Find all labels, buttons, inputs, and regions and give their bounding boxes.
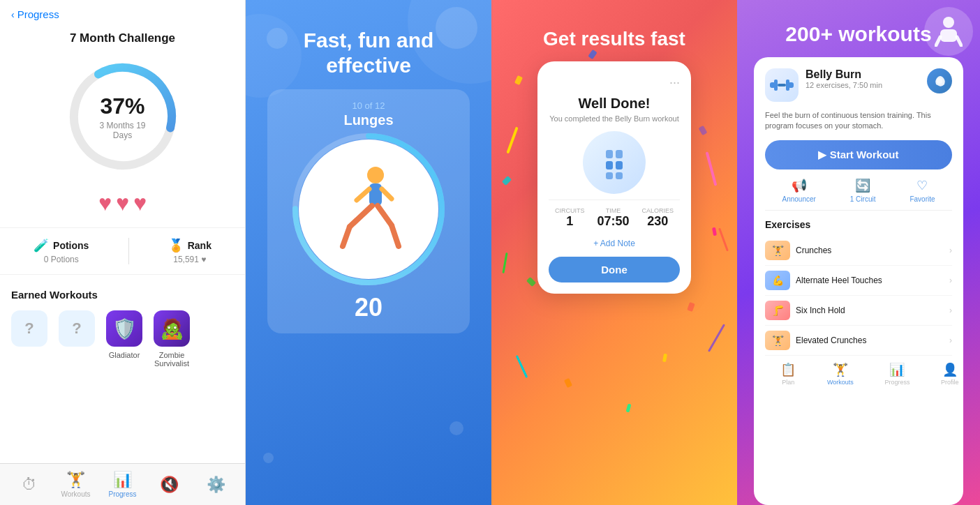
- calories-label: Calories: [641, 207, 674, 214]
- exercise-name: Lunges: [343, 112, 393, 128]
- exercise-circle-wrapper: [299, 140, 438, 279]
- abs-icon-svg: [595, 143, 634, 182]
- add-note-link[interactable]: + Add Note: [593, 239, 635, 248]
- earned-title: Earned Workouts: [11, 289, 234, 301]
- workout-description: Feel the burn of continuous tension trai…: [765, 110, 952, 132]
- profile-nav-icon: 👤: [942, 362, 958, 377]
- progress-nav-label: Progress: [108, 490, 136, 498]
- svg-rect-19: [940, 29, 957, 42]
- tab-announcer[interactable]: 📢 Announcer: [782, 178, 815, 203]
- earned-item-zombie: 🧟 ZombieSurvivalist: [154, 310, 190, 368]
- svg-point-4: [367, 167, 384, 183]
- rank-stat: 🏅 Rank 15,591 ♥: [168, 238, 211, 264]
- workout-header-text: Belly Burn 12 exercises, 7:50 min: [805, 68, 920, 89]
- heel-touches-name: Alternate Heel Touches: [796, 276, 944, 285]
- wnav-progress[interactable]: 📊 Progress: [884, 362, 910, 386]
- progress-days: 3 Months 19 Days: [91, 121, 154, 140]
- tab-favorite[interactable]: ♡ Favorite: [910, 178, 935, 203]
- rank-label: Rank: [188, 240, 211, 251]
- start-workout-button[interactable]: ▶ Start Workout: [765, 140, 952, 169]
- plan-nav-icon: 📋: [780, 362, 796, 377]
- earned-badge-q1: ?: [11, 310, 47, 347]
- progress-nav-label-bottom: Progress: [884, 379, 910, 386]
- exercise-item-2[interactable]: 💪 Alternate Heel Touches ›: [765, 266, 952, 296]
- favorite-label: Favorite: [910, 195, 935, 203]
- potions-value: 0 Potions: [44, 255, 79, 264]
- settings-icon: ⚙️: [207, 476, 225, 494]
- progress-inner: 37% 3 Months 19 Days: [91, 93, 154, 140]
- wnav-workouts[interactable]: 🏋️ Workouts: [827, 362, 854, 386]
- streamer-5: [502, 252, 507, 273]
- plan-nav-label: Plan: [782, 379, 794, 386]
- streamer-3: [516, 355, 528, 378]
- nav-mute[interactable]: 🔇: [152, 476, 187, 494]
- time-stat: Time 07:50: [597, 207, 629, 229]
- calories-stat: Calories 230: [641, 207, 674, 229]
- exercise-item-3[interactable]: 🦵 Six Inch Hold ›: [765, 296, 952, 326]
- panel-blue-workout: Fast, fun andeffective 10 of 12 Lunges: [246, 0, 491, 505]
- back-label: Progress: [17, 8, 59, 20]
- wnav-profile[interactable]: 👤 Profile: [941, 362, 959, 386]
- decor-dot-2: [267, 28, 288, 49]
- confetti-4: [699, 126, 708, 135]
- nav-workouts[interactable]: 🏋️ Workouts: [59, 471, 94, 498]
- announcer-icon: 📢: [792, 178, 807, 193]
- svg-line-21: [957, 37, 961, 45]
- circuit-icon: 🔄: [855, 178, 870, 193]
- heart-3: ♥: [133, 190, 147, 216]
- well-done-subtitle: You completed the Belly Burn workout: [549, 114, 678, 123]
- tab-circuit[interactable]: 🔄 1 Circuit: [850, 178, 876, 203]
- announcer-label: Announcer: [782, 195, 815, 203]
- bottom-nav: ⏱ 🏋️ Workouts 📊 Progress 🔇 ⚙️: [0, 463, 245, 505]
- nav-progress[interactable]: 📊 Progress: [105, 471, 140, 498]
- circuits-stat: Circuits 1: [555, 207, 585, 229]
- six-inch-chevron-icon: ›: [949, 306, 952, 315]
- done-button[interactable]: Done: [549, 257, 680, 282]
- panel-workouts: 200+ workouts Belly Burn 12 exercises, 7…: [737, 0, 980, 505]
- back-button[interactable]: ‹ Progress: [0, 0, 70, 29]
- confetti-3: [502, 176, 512, 186]
- workouts-nav-label-bottom: Workouts: [827, 379, 854, 386]
- workout-trophy-badge: [927, 68, 952, 93]
- six-inch-name: Six Inch Hold: [796, 306, 944, 315]
- streamer-6: [719, 227, 729, 251]
- svg-rect-14: [606, 161, 613, 169]
- menu-dots-icon[interactable]: ···: [669, 75, 680, 90]
- potions-stat: 🧪 Potions 0 Potions: [34, 238, 89, 264]
- trophy-icon: [583, 131, 646, 194]
- exercise-item-4[interactable]: 🏋️ Elevated Crunches ›: [765, 326, 952, 356]
- rank-value: 15,591 ♥: [173, 255, 206, 264]
- confetti-1: [514, 75, 523, 84]
- earned-item-q2: ?: [59, 310, 95, 368]
- heel-touches-thumb: 💪: [765, 271, 790, 290]
- svg-rect-26: [778, 84, 786, 86]
- elevated-thumb: 🏋️: [765, 331, 790, 350]
- svg-rect-5: [369, 183, 382, 206]
- crunches-chevron-icon: ›: [949, 246, 952, 255]
- workouts-nav-label: Workouts: [61, 490, 90, 498]
- svg-rect-25: [786, 80, 789, 91]
- heart-2: ♥: [116, 190, 129, 216]
- nav-settings[interactable]: ⚙️: [199, 476, 234, 494]
- stats-row: 🧪 Potions 0 Potions 🏅 Rank 15,591 ♥: [0, 227, 245, 275]
- earned-item-gladiator: 🛡️ Gladiator: [106, 310, 142, 368]
- earned-items-list: ? ? 🛡️ Gladiator 🧟 ZombieSurvivalist: [11, 310, 234, 368]
- zombie-label: ZombieSurvivalist: [154, 351, 189, 368]
- confetti-10: [563, 378, 572, 388]
- exercise-counter: 10 of 12: [352, 100, 385, 111]
- svg-rect-16: [606, 172, 613, 179]
- wnav-plan[interactable]: 📋 Plan: [780, 362, 796, 386]
- dumbbell-icon-svg: [770, 75, 794, 95]
- time-value: 07:50: [597, 214, 629, 229]
- results-phone-card: ··· Well Done! You completed the Belly B…: [537, 61, 691, 294]
- svg-line-8: [350, 206, 372, 227]
- decor-dot-1: [436, 7, 477, 49]
- svg-rect-24: [774, 80, 778, 91]
- mute-icon: 🔇: [160, 476, 179, 494]
- exercise-item-1[interactable]: 🏋️ Crunches ›: [765, 236, 952, 266]
- streamer-2: [705, 152, 717, 186]
- nav-timer[interactable]: ⏱: [12, 476, 47, 494]
- profile-nav-label: Profile: [941, 379, 959, 386]
- panel-results: Get results fast ··· Well Done! You comp…: [491, 0, 737, 505]
- svg-point-18: [943, 17, 954, 28]
